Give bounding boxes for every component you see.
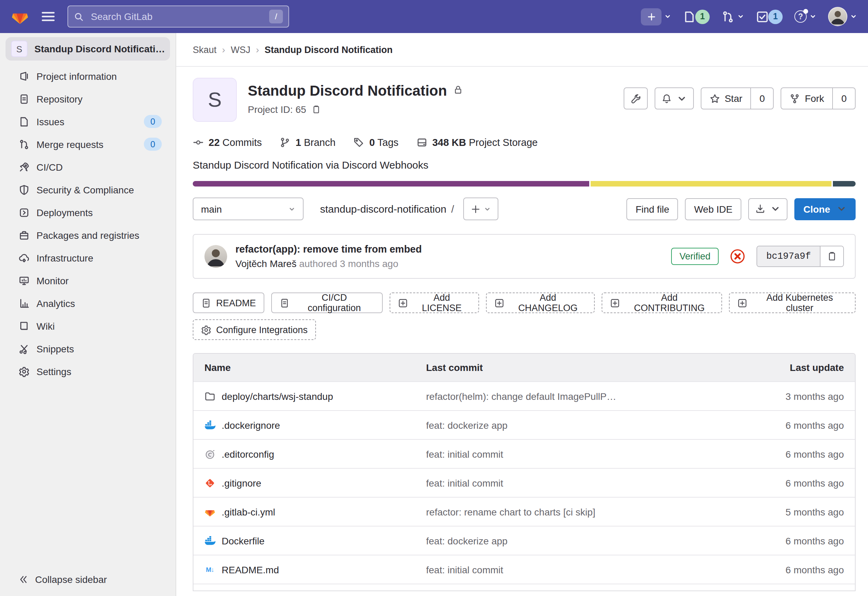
- tags-stat[interactable]: 0 Tags: [353, 137, 399, 148]
- sidebar-item-analytics[interactable]: Analytics: [0, 292, 176, 314]
- commit-author-avatar[interactable]: [204, 245, 227, 268]
- file-link[interactable]: .gitignore: [193, 477, 426, 488]
- find-file-button[interactable]: Find file: [627, 198, 678, 220]
- file-link[interactable]: .editorconfig: [193, 448, 426, 459]
- plus-square-icon: [398, 298, 408, 308]
- project-id-label: Project ID: 65: [248, 104, 306, 115]
- gitlab-logo-icon[interactable]: [11, 7, 29, 25]
- package-icon: [19, 230, 30, 240]
- breadcrumb-group[interactable]: Skaut: [193, 44, 217, 55]
- fork-count[interactable]: 0: [832, 88, 855, 109]
- add-file-button[interactable]: [463, 198, 498, 220]
- language-bar[interactable]: [193, 181, 856, 186]
- user-menu-button[interactable]: [828, 7, 857, 26]
- todos-button[interactable]: 1: [756, 9, 782, 24]
- verified-badge[interactable]: Verified: [671, 248, 719, 265]
- table-row: Dockerfile feat: dockerize app 6 months …: [193, 526, 855, 555]
- commit-message-link[interactable]: feat: initial commit: [426, 448, 738, 459]
- merge-request-icon: [721, 10, 734, 23]
- commit-message[interactable]: refactor(app): remove time from embed: [235, 243, 422, 255]
- storage-stat[interactable]: 348 KB Project Storage: [416, 137, 537, 148]
- chevron-right-icon: ›: [256, 44, 259, 55]
- new-menu-button[interactable]: [641, 8, 671, 25]
- breadcrumb-project[interactable]: Standup Discord Notification: [265, 44, 393, 55]
- file-link[interactable]: .dockerignore: [193, 419, 426, 431]
- commits-stat[interactable]: 22 Commits: [193, 137, 262, 148]
- sidebar-item-monitor[interactable]: Monitor: [0, 269, 176, 292]
- collapse-sidebar-button[interactable]: Collapse sidebar: [0, 566, 176, 593]
- branches-stat[interactable]: 1 Branch: [280, 137, 335, 148]
- repo-path[interactable]: standup-discord-notification/: [320, 203, 454, 215]
- language-segment-1: [193, 181, 589, 186]
- sidebar-item-security-compliance[interactable]: Security & Compliance: [0, 178, 176, 201]
- commit-message-link[interactable]: refactor: rename chart to charts [ci ski…: [426, 506, 738, 517]
- sidebar-item-deployments[interactable]: Deployments: [0, 201, 176, 224]
- commit-author[interactable]: Vojtěch Mareš: [235, 258, 296, 269]
- sidebar-item-settings[interactable]: Settings: [0, 360, 176, 383]
- last-update: 6 months ago: [738, 564, 855, 575]
- add-kubernetes-cluster-button[interactable]: Add Kubernetes cluster: [729, 292, 856, 313]
- breadcrumb-subgroup[interactable]: WSJ: [230, 44, 250, 55]
- sidebar-item-repository[interactable]: Repository: [0, 87, 176, 110]
- global-search[interactable]: /: [68, 6, 289, 28]
- commit-icon: [193, 137, 204, 148]
- add-license-button[interactable]: Add LICENSE: [390, 292, 479, 313]
- file-link[interactable]: .gitlab-ci.yml: [193, 506, 426, 517]
- sidebar-item-issues[interactable]: Issues 0: [0, 110, 176, 133]
- project-settings-shortcut-button[interactable]: [623, 87, 647, 109]
- configure-integrations-button[interactable]: Configure Integrations: [193, 319, 316, 340]
- file-link[interactable]: Dockerfile: [193, 535, 426, 546]
- docker-icon: [204, 419, 216, 431]
- fork-icon: [790, 93, 800, 103]
- commit-message-link[interactable]: feat: initial commit: [426, 564, 738, 575]
- fork-button[interactable]: Fork 0: [781, 87, 856, 109]
- web-ide-button[interactable]: Web IDE: [685, 198, 742, 220]
- file-link[interactable]: deploy/charts/wsj-standup: [193, 391, 426, 401]
- readme-button[interactable]: README: [193, 292, 264, 313]
- search-input[interactable]: [90, 10, 264, 23]
- top-navbar: / 1 1 ?: [0, 0, 868, 33]
- merge-requests-menu-button[interactable]: [721, 10, 744, 23]
- user-avatar: [828, 7, 847, 26]
- page-title: Standup Discord Notification: [248, 83, 447, 99]
- cicd-configuration-button[interactable]: CI/CD configuration: [271, 292, 383, 313]
- disk-icon: [416, 137, 427, 148]
- language-segment-3: [833, 181, 856, 186]
- issues-shortcut-button[interactable]: 1: [683, 9, 710, 24]
- sidebar-item-project-information[interactable]: Project information: [0, 65, 176, 87]
- bell-icon: [661, 93, 672, 103]
- plus-square-icon: [737, 298, 747, 308]
- file-link[interactable]: M↓ README.md: [193, 564, 426, 575]
- sidebar-item-infrastructure[interactable]: Infrastructure: [0, 246, 176, 269]
- clone-button[interactable]: Clone: [794, 198, 856, 220]
- star-button[interactable]: Star 0: [700, 87, 774, 109]
- commit-message-link[interactable]: feat: dockerize app: [426, 419, 738, 431]
- pipeline-failed-icon[interactable]: [730, 248, 745, 264]
- hamburger-menu-icon[interactable]: [40, 8, 56, 25]
- last-update: 6 months ago: [738, 419, 855, 431]
- branch-selector[interactable]: main: [193, 198, 304, 220]
- gitlab-project-page: / 1 1 ?: [0, 0, 868, 596]
- chevron-down-icon: [484, 205, 490, 212]
- sidebar-item-snippets[interactable]: Snippets: [0, 337, 176, 360]
- copy-sha-button[interactable]: [820, 246, 843, 266]
- todo-check-icon: [756, 10, 769, 23]
- add-contributing-button[interactable]: Add CONTRIBUTING: [602, 292, 722, 313]
- commit-message-link[interactable]: refactor(helm): change default ImagePull…: [426, 391, 738, 401]
- add-changelog-button[interactable]: Add CHANGELOG: [486, 292, 595, 313]
- markdown-icon: M↓: [204, 566, 216, 573]
- download-button[interactable]: [748, 198, 787, 220]
- docker-icon: [204, 535, 216, 546]
- sidebar-item-cicd[interactable]: CI/CD: [0, 156, 176, 178]
- sidebar-item-merge-requests[interactable]: Merge requests 0: [0, 133, 176, 156]
- commit-message-link[interactable]: feat: initial commit: [426, 477, 738, 488]
- notifications-button[interactable]: [654, 87, 694, 109]
- sidebar-item-wiki[interactable]: Wiki: [0, 314, 176, 337]
- commit-message-link[interactable]: feat: dockerize app: [426, 535, 738, 546]
- copy-project-id-icon[interactable]: [311, 105, 321, 114]
- star-count[interactable]: 0: [751, 88, 774, 109]
- sidebar-project-context[interactable]: S Standup Discord Notificati…: [6, 37, 170, 60]
- help-menu-button[interactable]: ?: [794, 10, 816, 23]
- sidebar-nav: Project information Repository Issues 0 …: [0, 65, 176, 383]
- sidebar-item-packages-registries[interactable]: Packages and registries: [0, 224, 176, 246]
